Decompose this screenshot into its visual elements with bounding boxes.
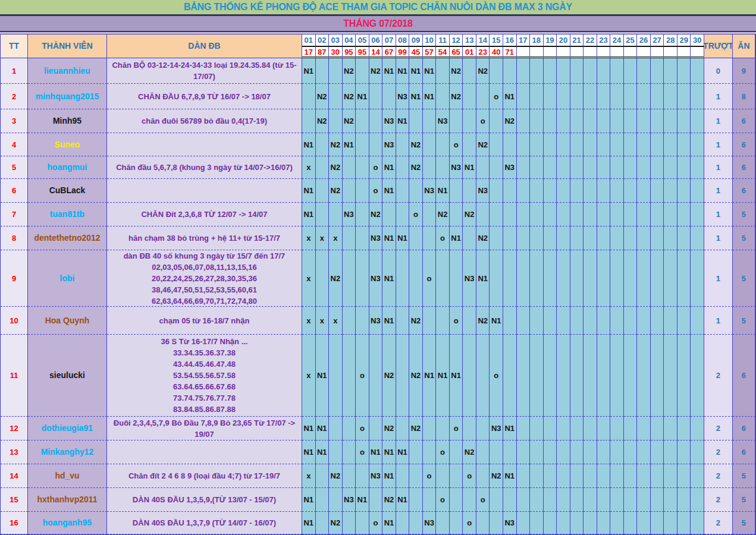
day-cell: N1 <box>382 179 396 203</box>
dan-line: 63.64.65.66.67.68 <box>173 381 236 392</box>
member-name: sieulucki <box>28 335 107 417</box>
day-cell: N1 <box>423 335 437 417</box>
day-cell: x <box>316 226 330 250</box>
day-cell <box>503 133 517 156</box>
dan-description: CHĂN ĐẦU 6,7,8,9 TỪ 16/07 -> 18/07 <box>107 84 302 109</box>
day-cell <box>557 417 570 440</box>
an-value: 6 <box>733 156 755 179</box>
day-cell <box>490 226 503 250</box>
day-cell <box>624 488 638 512</box>
day-cell <box>517 179 531 203</box>
dan-line: 62,63,64,66,69,70,71,72,74,80 <box>152 295 257 307</box>
day-result <box>691 47 704 58</box>
day-header: 27 <box>651 34 664 47</box>
day-cell <box>637 226 651 250</box>
day-result: 99 <box>396 47 410 58</box>
day-cell <box>530 488 544 512</box>
day-cell <box>530 250 544 307</box>
day-header: 15 <box>490 34 503 47</box>
member-name: lieuannhieu <box>28 58 107 84</box>
day-result <box>677 47 691 58</box>
day-cell: o <box>463 464 476 488</box>
day-cell: N1 <box>396 226 410 250</box>
day-cell <box>329 488 343 512</box>
day-cell: o <box>409 203 423 226</box>
day-cell: N3 <box>423 512 437 534</box>
day-cell: N1 <box>382 307 396 335</box>
an-value: 6 <box>733 109 755 133</box>
day-cell <box>423 307 437 335</box>
day-cell <box>463 133 476 156</box>
day-cell: N1 <box>409 84 423 109</box>
day-cell <box>651 84 664 109</box>
day-cell <box>584 307 597 335</box>
day-cell <box>476 464 490 488</box>
day-cell: N3 <box>382 133 396 156</box>
day-header: 17 <box>517 34 531 47</box>
day-cell <box>302 109 316 133</box>
day-cell <box>584 417 597 440</box>
dan-description: DÀN 40S ĐẦU 1,3,7,9 (TỪ 14/07 - 16/07) <box>107 512 302 534</box>
member-name: hxthanhvp2011 <box>28 488 107 512</box>
day-cell: N1 <box>316 335 330 417</box>
day-cell: N3 <box>369 250 383 307</box>
day-cell <box>570 203 584 226</box>
day-cell <box>409 179 423 203</box>
day-cell <box>584 226 597 250</box>
day-cell <box>423 488 437 512</box>
day-cell <box>302 84 316 109</box>
an-value: 6 <box>733 440 755 464</box>
day-cell <box>343 440 356 464</box>
day-cell <box>530 440 544 464</box>
day-cell <box>691 133 704 156</box>
day-cell <box>503 58 517 84</box>
dan-line: dàn ĐB 40 số khung 3 ngày từ 15/7 đến 17… <box>124 250 286 262</box>
day-cell <box>396 250 410 307</box>
day-cell: N2 <box>503 109 517 133</box>
member-name: dentethetno2012 <box>28 226 107 250</box>
day-cell <box>570 512 584 534</box>
day-cell <box>651 109 664 133</box>
day-cell <box>677 417 691 440</box>
day-cell: N1 <box>503 84 517 109</box>
row-index: 13 <box>1 440 28 464</box>
day-cell <box>584 512 597 534</box>
member-name: hd_vu <box>28 464 107 488</box>
day-cell: N1 <box>316 440 330 464</box>
day-cell <box>691 464 704 488</box>
day-cell: N1 <box>503 417 517 440</box>
day-header: 07 <box>382 34 396 47</box>
day-cell: o <box>436 488 450 512</box>
spreadsheet-screenshot: { "title": "BẢNG THỐNG KÊ PHONG ĐỘ ACE T… <box>0 0 756 535</box>
day-cell: N1 <box>302 512 316 534</box>
day-cell: N2 <box>343 58 356 84</box>
day-cell <box>624 58 638 84</box>
day-cell: N2 <box>476 58 490 84</box>
day-cell <box>517 58 531 84</box>
row-index: 9 <box>1 250 28 307</box>
an-value: 9 <box>733 58 755 84</box>
day-cell <box>530 464 544 488</box>
day-cell: o <box>423 464 437 488</box>
day-cell <box>396 307 410 335</box>
day-cell: o <box>369 156 383 179</box>
day-cell <box>450 488 463 512</box>
day-cell <box>316 133 330 156</box>
day-cell: o <box>490 335 503 417</box>
row-index: 14 <box>1 464 28 488</box>
day-cell <box>610 488 624 512</box>
member-name: hoangmui <box>28 156 107 179</box>
day-cell <box>382 84 396 109</box>
day-cell <box>423 417 437 440</box>
day-cell <box>691 84 704 109</box>
day-header: 30 <box>691 34 704 47</box>
day-cell <box>436 512 450 534</box>
row-index: 15 <box>1 488 28 512</box>
day-cell: o <box>356 417 369 440</box>
day-cell <box>544 58 557 84</box>
dan-description: chăn đuôi 56789 bỏ đầu 0,4(17-19) <box>107 109 302 133</box>
day-cell <box>597 84 611 109</box>
dan-description <box>107 179 302 203</box>
day-cell <box>343 179 356 203</box>
day-cell: N1 <box>316 417 330 440</box>
